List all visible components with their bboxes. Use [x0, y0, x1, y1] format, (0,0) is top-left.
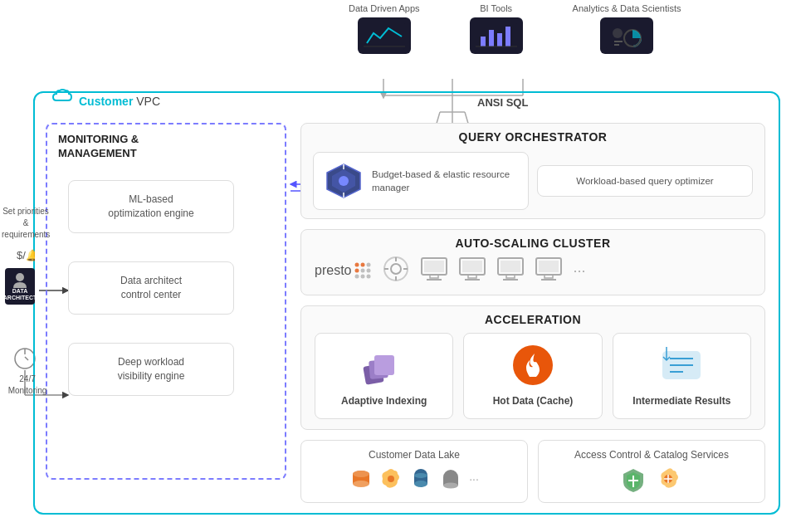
svg-point-89: [443, 482, 458, 488]
postgres-icon: [409, 467, 432, 491]
svg-rect-63: [501, 261, 520, 272]
vpc-cloud-icon: [51, 87, 76, 109]
svg-point-44: [367, 269, 371, 273]
svg-rect-68: [545, 275, 553, 278]
vpc-label: Customer VPC: [79, 94, 160, 109]
query-orchestrator-title: QUERY ORCHESTRATOR: [301, 124, 764, 144]
svg-point-31: [16, 273, 24, 281]
monitoring-subbox-2: Data architect control center: [68, 261, 234, 315]
top-apps: Data Driven Apps BI Tools: [349, 3, 681, 54]
app-label-data-driven: Data Driven Apps: [349, 3, 420, 14]
autoscaling-section: AUTO-SCALING CLUSTER presto: [300, 229, 765, 295]
app-icon-analytics: [600, 17, 653, 54]
adaptive-indexing-item: Adaptive Indexing: [315, 333, 453, 419]
svg-point-36: [339, 176, 349, 186]
acceleration-section: ACCELERATION Adaptive Indexing: [300, 305, 765, 430]
svg-point-26: [15, 349, 35, 368]
intermediate-results-item: Intermediate Results: [613, 333, 751, 419]
adaptive-indexing-icon: [363, 344, 406, 390]
presto-dots-icon: [354, 261, 372, 280]
diagram-container: Data Driven Apps BI Tools: [0, 0, 796, 532]
svg-point-40: [361, 263, 365, 267]
hive-icon: [379, 467, 403, 491]
data-lake-title: Customer Data Lake: [311, 449, 517, 461]
intermediate-results-label: Intermediate Results: [632, 395, 730, 408]
svg-rect-5: [497, 33, 502, 46]
svg-text:🔔: 🔔: [26, 248, 35, 262]
monitoring-247-label: 24/7 Monitoring: [3, 373, 51, 397]
svg-point-45: [355, 275, 359, 279]
presto-logo: presto: [315, 261, 372, 280]
dollar-priority-icon: $/ 🔔: [17, 247, 35, 265]
access-control-section: Access Control & Catalog Services: [538, 440, 765, 503]
svg-point-49: [391, 264, 401, 274]
bottom-row: Customer Data Lake: [300, 440, 765, 503]
autoscaling-title: AUTO-SCALING CLUSTER: [301, 230, 764, 250]
svg-point-42: [355, 269, 359, 273]
svg-rect-6: [505, 27, 510, 46]
data-lake-more: ···: [469, 472, 479, 486]
cluster-node-1: [420, 255, 448, 286]
acceleration-content: Adaptive Indexing Hot Data (Cache): [301, 326, 764, 429]
app-item-analytics: Analytics & Data Scientists: [573, 3, 681, 54]
app-item-bi-tools: BI Tools: [470, 3, 523, 54]
qo-right-text: Workload-based query optimizer: [548, 174, 742, 188]
presto-text: presto: [315, 263, 351, 278]
svg-rect-0: [364, 22, 405, 50]
qo-right-box: Workload-based query optimizer: [537, 165, 753, 197]
svg-point-81: [353, 471, 369, 477]
s3-icon: [349, 467, 373, 491]
architect-avatar: DATA ARCHITECT: [5, 268, 35, 305]
app-item-data-driven: Data Driven Apps: [349, 3, 420, 54]
app-label-bi-tools: BI Tools: [480, 3, 512, 14]
intermediate-results-icon: [660, 344, 703, 390]
svg-rect-55: [424, 261, 444, 272]
svg-line-28: [25, 357, 28, 360]
resource-manager-icon: [324, 161, 364, 201]
svg-point-82: [388, 476, 394, 482]
svg-point-41: [367, 263, 371, 267]
app-icon-data-driven: [358, 17, 411, 54]
svg-point-80: [353, 481, 369, 487]
monitoring-subbox-3: Deep workload visibility engine: [68, 343, 234, 396]
main-content: QUERY ORCHESTRATOR Budget-based & elasti…: [300, 123, 772, 503]
cluster-node-3: [496, 255, 525, 286]
svg-point-86: [414, 473, 427, 478]
data-lake-icons: ···: [311, 467, 517, 491]
svg-point-11: [613, 28, 623, 38]
svg-point-46: [361, 275, 365, 279]
cluster-node-2: [458, 255, 486, 286]
svg-rect-56: [430, 275, 438, 278]
qo-left-box: Budget-based & elastic resource manager: [313, 152, 529, 210]
vpc-customer-text: Customer: [79, 95, 133, 108]
svg-rect-72: [374, 355, 394, 375]
app-icon-bi-tools: [470, 17, 523, 54]
query-orchestrator-section: QUERY ORCHESTRATOR Budget-based & elasti…: [300, 123, 765, 219]
autoscaling-content: presto: [301, 250, 764, 295]
ranger-icon: [620, 467, 647, 494]
svg-rect-4: [489, 30, 494, 46]
svg-point-43: [361, 269, 365, 273]
svg-rect-3: [481, 37, 486, 46]
cluster-gear-icon: [382, 255, 410, 286]
access-control-title: Access Control & Catalog Services: [549, 449, 754, 461]
svg-rect-60: [468, 275, 476, 278]
qo-left-text: Budget-based & elastic resource manager: [372, 168, 518, 194]
data-architect: DATA ARCHITECT: [5, 268, 35, 305]
vpc-suffix-text: VPC: [133, 95, 160, 108]
app-label-analytics: Analytics & Data Scientists: [573, 3, 681, 14]
hot-data-item: Hot Data (Cache): [463, 333, 602, 419]
set-priorities-label: Set priorities & requirements: [2, 206, 50, 241]
svg-rect-59: [462, 261, 482, 272]
svg-point-39: [355, 263, 359, 267]
svg-text:$/: $/: [17, 249, 26, 261]
access-control-icons: [549, 467, 754, 494]
customer-data-lake: Customer Data Lake: [300, 440, 528, 503]
svg-point-47: [367, 275, 371, 279]
cluster-node-4: [535, 255, 563, 286]
svg-rect-64: [506, 275, 515, 278]
svg-rect-67: [539, 261, 559, 272]
cluster-more-icon: ···: [573, 262, 585, 280]
monitoring-title: MONITORING & MANAGEMENT: [58, 133, 139, 161]
svg-point-85: [414, 481, 427, 487]
